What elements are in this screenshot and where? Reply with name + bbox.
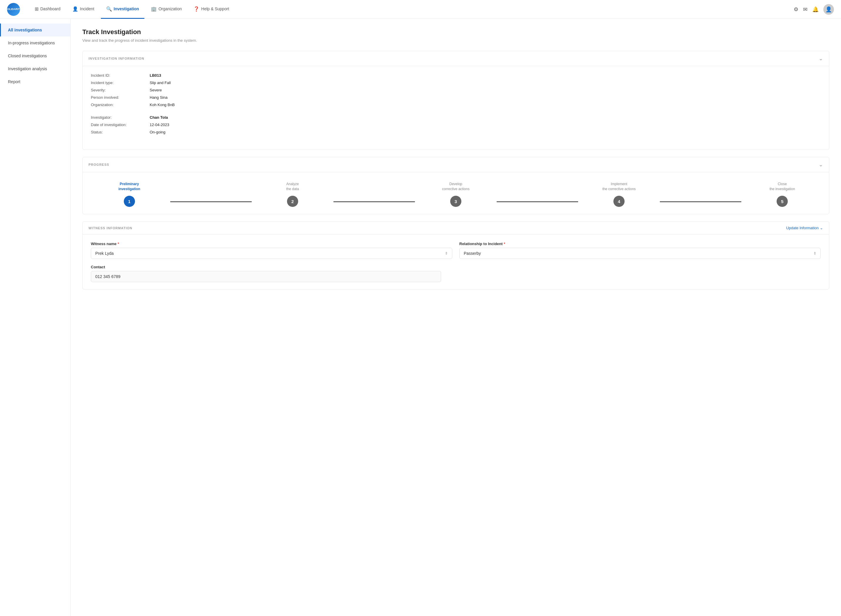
- progress-section: PROGRESS ⌄ Preliminary investigation 1: [82, 157, 829, 214]
- contact-input[interactable]: 012 345 6789: [91, 271, 441, 282]
- step-3-label: Develop corrective actions: [438, 182, 473, 192]
- person-involved-label: Person involved:: [91, 95, 150, 100]
- person-involved-value: Hang Sina: [150, 95, 821, 100]
- investigation-info-chevron[interactable]: ⌄: [819, 55, 823, 62]
- step-5-wrapper: Close the investigation 5: [741, 196, 823, 207]
- progress-steps: Preliminary investigation 1 Analyze the …: [88, 182, 823, 207]
- nav-right: ⚙ ✉ 🔔 👤: [794, 4, 834, 15]
- main-layout: All investigations In-progress investiga…: [0, 19, 841, 616]
- step-line-3-4: [497, 201, 578, 202]
- relationship-required: *: [504, 242, 505, 246]
- dashboard-icon: ⊞: [35, 6, 38, 12]
- incident-icon: 👤: [72, 6, 78, 12]
- date-label: Date of investigation:: [91, 123, 150, 127]
- incident-type-value: Slip and Fall: [150, 81, 821, 85]
- sidebar-item-analysis[interactable]: Investigation analysis: [0, 62, 70, 75]
- avatar[interactable]: 👤: [823, 4, 834, 15]
- relationship-arrow-icon: ⇕: [813, 251, 816, 255]
- status-value: On-going: [150, 130, 821, 134]
- nav-incident[interactable]: 👤 Incident: [67, 0, 100, 19]
- date-value: 12-04-2023: [150, 123, 821, 127]
- sidebar-item-in-progress[interactable]: In-progress investigations: [0, 37, 70, 49]
- status-label: Status:: [91, 130, 150, 134]
- witness-section: WITNESS INFORMATION Update Information ⌄…: [82, 221, 829, 289]
- step-line-1-2: [170, 201, 252, 202]
- severity-value: Severe: [150, 88, 821, 92]
- step-4-wrapper: Implement the corrective actions 4: [578, 196, 660, 207]
- step-1-wrapper: Preliminary investigation 1: [88, 196, 170, 207]
- help-icon: ❓: [194, 6, 199, 12]
- progress-chevron[interactable]: ⌄: [819, 161, 823, 168]
- witness-header: WITNESS INFORMATION Update Information ⌄: [82, 221, 829, 235]
- severity-label: Severity:: [91, 88, 150, 92]
- relationship-group: Relationship to Incident * Passerby ⇕: [459, 242, 821, 259]
- step-line-4-5: [660, 201, 742, 202]
- step-line-2-3: [334, 201, 415, 202]
- progress-header: PROGRESS ⌄: [82, 157, 829, 172]
- investigation-info-body: Incident ID: LB013 Incident type: Slip a…: [82, 66, 829, 150]
- nav-items: ⊞ Dashboard 👤 Incident 🔍 Investigation 🏢…: [29, 0, 794, 19]
- relationship-label: Relationship to Incident *: [459, 242, 821, 246]
- step-2-label: Analyze the data: [275, 182, 310, 192]
- logo-icon: SOLIDARITY: [7, 3, 20, 16]
- witness-body: Witness name * Prek Lyda ⇕ Relationship …: [82, 235, 829, 289]
- nav-help[interactable]: ❓ Help & Support: [188, 0, 234, 19]
- step-3-circle[interactable]: 3: [450, 196, 462, 207]
- sidebar-item-all-investigations[interactable]: All investigations: [0, 23, 70, 37]
- step-3-wrapper: Develop corrective actions 3: [415, 196, 497, 207]
- investigator-label: Investigator:: [91, 115, 150, 120]
- witness-name-arrow-icon: ⇕: [445, 251, 448, 255]
- incident-id-label: Incident ID:: [91, 73, 150, 78]
- investigation-info-grid2: Investigator: Chan Tola Date of investig…: [91, 115, 821, 134]
- update-information-button[interactable]: Update Information ⌄: [786, 226, 823, 230]
- incident-id-value: LB013: [150, 73, 821, 78]
- step-5-circle[interactable]: 5: [776, 196, 788, 207]
- investigation-info-grid1: Incident ID: LB013 Incident type: Slip a…: [91, 73, 821, 107]
- step-4-circle[interactable]: 4: [613, 196, 625, 207]
- nav-dashboard[interactable]: ⊞ Dashboard: [29, 0, 66, 19]
- sidebar: All investigations In-progress investiga…: [0, 19, 71, 616]
- update-chevron-icon: ⌄: [820, 226, 823, 230]
- nav-organization[interactable]: 🏢 Organization: [146, 0, 187, 19]
- investigation-info-header: INVESTIGATION INFORMATION ⌄: [82, 51, 829, 66]
- incident-type-label: Incident type:: [91, 81, 150, 85]
- page-subtitle: View and track the progress of incident …: [82, 38, 829, 43]
- relationship-select[interactable]: Passerby ⇕: [459, 248, 821, 259]
- progress-title: PROGRESS: [88, 163, 109, 166]
- page-title: Track Investigation: [82, 28, 829, 36]
- step-1-label: Preliminary investigation: [112, 182, 147, 192]
- organization-icon: 🏢: [151, 6, 157, 12]
- bell-icon[interactable]: 🔔: [812, 6, 819, 13]
- settings-icon[interactable]: ⚙: [794, 6, 798, 13]
- organization-value: Koh Kong BnB: [150, 103, 821, 107]
- witness-name-group: Witness name * Prek Lyda ⇕: [91, 242, 452, 259]
- sidebar-item-closed[interactable]: Closed investigations: [0, 49, 70, 62]
- contact-label: Contact: [91, 265, 441, 269]
- step-2-wrapper: Analyze the data 2: [252, 196, 334, 207]
- logo: SOLIDARITY: [7, 3, 20, 16]
- main-content: Track Investigation View and track the p…: [71, 19, 841, 616]
- contact-group: Contact 012 345 6789: [91, 265, 441, 282]
- investigation-icon: 🔍: [106, 6, 112, 12]
- nav-investigation[interactable]: 🔍 Investigation: [101, 0, 144, 19]
- witness-form-row1: Witness name * Prek Lyda ⇕ Relationship …: [91, 242, 821, 259]
- organization-label: Organization:: [91, 103, 150, 107]
- step-4-label: Implement the corrective actions: [601, 182, 637, 192]
- witness-name-label: Witness name *: [91, 242, 452, 246]
- sidebar-item-report[interactable]: Report: [0, 75, 70, 88]
- step-1-circle[interactable]: 1: [124, 196, 135, 207]
- investigation-info-section: INVESTIGATION INFORMATION ⌄ Incident ID:…: [82, 51, 829, 150]
- witness-name-select[interactable]: Prek Lyda ⇕: [91, 248, 452, 259]
- witness-title: WITNESS INFORMATION: [88, 226, 132, 230]
- mail-icon[interactable]: ✉: [803, 6, 807, 13]
- top-navigation: SOLIDARITY ⊞ Dashboard 👤 Incident 🔍 Inve…: [0, 0, 841, 19]
- investigator-value: Chan Tola: [150, 115, 821, 120]
- witness-name-required: *: [118, 242, 119, 246]
- step-2-circle[interactable]: 2: [287, 196, 298, 207]
- step-5-label: Close the investigation: [765, 182, 800, 192]
- progress-body: Preliminary investigation 1 Analyze the …: [82, 172, 829, 214]
- investigation-info-title: INVESTIGATION INFORMATION: [88, 57, 144, 60]
